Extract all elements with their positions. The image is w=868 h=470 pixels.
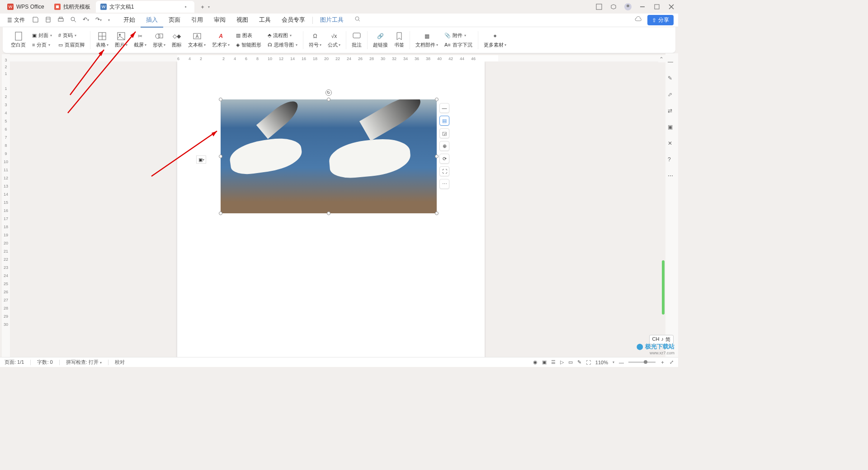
rotate-handle[interactable]: ↻ bbox=[326, 89, 332, 96]
tab-review[interactable]: 审阅 bbox=[208, 13, 231, 28]
section-button[interactable]: ≡分页▾ bbox=[30, 41, 54, 49]
page-number-button[interactable]: #页码▾ bbox=[57, 31, 86, 40]
print-preview-icon[interactable] bbox=[45, 16, 53, 24]
attachment-button[interactable]: 📎附件▾ bbox=[443, 31, 474, 40]
close-window-button[interactable] bbox=[667, 3, 675, 11]
undo-icon[interactable]: ↶▾ bbox=[83, 16, 91, 24]
tab-templates[interactable]: 找稻壳模板 bbox=[50, 1, 95, 13]
save-icon[interactable] bbox=[32, 16, 40, 24]
search-menu[interactable] bbox=[349, 13, 366, 28]
qat-more-icon[interactable]: ▾ bbox=[108, 18, 110, 22]
cloud-icon[interactable] bbox=[635, 16, 643, 24]
comment-button[interactable]: 批注 bbox=[350, 31, 363, 49]
preview-icon[interactable] bbox=[70, 16, 78, 24]
mindmap-button[interactable]: ☊思维导图▾ bbox=[266, 41, 299, 49]
equation-button[interactable]: √x公式▾ bbox=[326, 31, 342, 49]
zoom-tool-icon[interactable]: ⊕ bbox=[439, 141, 449, 151]
eye-icon[interactable]: ◉ bbox=[533, 359, 538, 365]
resize-handle-n[interactable] bbox=[327, 98, 330, 101]
tab-page[interactable]: 页面 bbox=[163, 13, 186, 28]
web-view-icon[interactable]: ▭ bbox=[568, 359, 573, 365]
share-button[interactable]: ⇧ 分享 bbox=[647, 15, 674, 25]
ruler-vertical[interactable]: 3211234567891011121314151617181920212223… bbox=[2, 54, 10, 357]
tab-dropdown-icon[interactable]: ▾ bbox=[208, 5, 210, 9]
tab-insert[interactable]: 插入 bbox=[141, 13, 163, 28]
resize-handle-se[interactable] bbox=[435, 212, 439, 215]
compact-mode-icon[interactable] bbox=[595, 3, 603, 11]
status-words[interactable]: 字数: 0 bbox=[37, 359, 52, 366]
resize-handle-nw[interactable] bbox=[219, 98, 222, 101]
pencil-icon[interactable]: ✎ bbox=[668, 75, 676, 83]
zoom-in-button[interactable]: ＋ bbox=[660, 359, 665, 366]
help-icon[interactable]: ? bbox=[668, 156, 676, 164]
minus-zoom-icon[interactable]: — bbox=[668, 59, 676, 67]
tab-picture-tools[interactable]: 图片工具 bbox=[315, 13, 349, 28]
reset-tool-icon[interactable]: ⛶ bbox=[439, 166, 449, 176]
bookmark-button[interactable]: 书签 bbox=[392, 31, 406, 49]
vertical-scrollbar[interactable] bbox=[660, 61, 665, 357]
smartart-button[interactable]: ◈智能图形 bbox=[234, 41, 263, 49]
wordart-button[interactable]: A艺术字▾ bbox=[210, 31, 231, 49]
status-proof[interactable]: 校对 bbox=[115, 359, 125, 366]
layout-options-button[interactable]: ▣▾ bbox=[196, 155, 206, 164]
selected-image[interactable]: ↻ ▣▾ — ▤ ◲ ⊕ ⟳ ⛶ ⋯ bbox=[221, 99, 437, 213]
rotate-tool-icon[interactable]: ⟳ bbox=[439, 154, 449, 164]
resize-handle-sw[interactable] bbox=[219, 212, 222, 215]
page-view-icon[interactable]: ▣ bbox=[542, 359, 547, 365]
zoom-slider[interactable] bbox=[628, 362, 656, 363]
hyperlink-button[interactable]: 🔗超链接 bbox=[371, 31, 390, 49]
resize-handle-s[interactable] bbox=[327, 212, 330, 215]
tab-start[interactable]: 开始 bbox=[118, 13, 141, 28]
resize-handle-w[interactable] bbox=[219, 155, 222, 158]
new-tab-button[interactable]: ＋ bbox=[197, 1, 208, 12]
tab-tools[interactable]: 工具 bbox=[254, 13, 276, 28]
outline-view-icon[interactable]: ☰ bbox=[551, 359, 556, 365]
image-panel-icon[interactable]: ▣ bbox=[668, 124, 676, 132]
fit-icon[interactable]: ⛶ bbox=[586, 360, 591, 365]
symbol-button[interactable]: Ω符号▾ bbox=[307, 31, 323, 49]
resize-handle-ne[interactable] bbox=[435, 98, 439, 101]
tab-document[interactable]: W 文字文稿1 • bbox=[96, 1, 195, 13]
more-panel-icon[interactable]: ⋯ bbox=[668, 173, 676, 181]
picture-button[interactable]: 图片▾ bbox=[113, 31, 129, 49]
fullscreen-icon[interactable]: ⤢ bbox=[670, 359, 674, 365]
cover-button[interactable]: ▣封面▾ bbox=[30, 31, 54, 40]
screenshot-button[interactable]: ✂截屏▾ bbox=[132, 31, 148, 49]
table-button[interactable]: 表格▾ bbox=[94, 31, 110, 49]
scroll-thumb[interactable] bbox=[662, 260, 665, 315]
chart-button[interactable]: ▥图表 bbox=[234, 31, 263, 40]
doc-parts-button[interactable]: ▦文档部件▾ bbox=[414, 31, 440, 49]
flowchart-button[interactable]: ⬘流程图▾ bbox=[266, 31, 299, 40]
close-tab-icon[interactable]: • bbox=[184, 4, 190, 9]
redo-icon[interactable]: ↷▾ bbox=[95, 16, 104, 24]
status-spellcheck[interactable]: 拼写检查: 打开 ▾ bbox=[66, 359, 102, 366]
zoom-value[interactable]: 110% bbox=[595, 360, 608, 365]
resize-handle-e[interactable] bbox=[435, 155, 439, 158]
collapse-tool-icon[interactable]: — bbox=[439, 103, 449, 113]
more-tool-icon[interactable]: ⋯ bbox=[439, 179, 449, 189]
tab-view[interactable]: 视图 bbox=[231, 13, 254, 28]
header-footer-button[interactable]: ▭页眉页脚 bbox=[57, 41, 86, 49]
file-menu[interactable]: ☰ 文件 bbox=[5, 15, 28, 25]
tab-app[interactable]: W WPS Office bbox=[3, 1, 49, 13]
minimize-button[interactable] bbox=[638, 3, 646, 11]
tab-reference[interactable]: 引用 bbox=[186, 13, 208, 28]
icon-button[interactable]: ◇◆图标 bbox=[170, 31, 184, 49]
zoom-out-button[interactable]: — bbox=[619, 360, 624, 365]
crop-tool-icon[interactable]: ◲ bbox=[439, 128, 449, 138]
textbox-button[interactable]: A文本框▾ bbox=[186, 31, 208, 49]
select-icon[interactable]: ⬀ bbox=[668, 91, 676, 99]
tools-icon[interactable]: ✕ bbox=[668, 140, 676, 148]
blank-page-button[interactable]: 空白页 bbox=[9, 31, 28, 49]
settings-icon[interactable]: ⇄ bbox=[668, 108, 676, 116]
avatar-icon[interactable] bbox=[624, 3, 632, 11]
focus-icon[interactable]: ✎ bbox=[577, 359, 581, 365]
maximize-button[interactable] bbox=[653, 3, 661, 11]
read-view-icon[interactable]: ▷ bbox=[560, 359, 564, 365]
dropcap-button[interactable]: A≡首字下沉 bbox=[443, 41, 474, 49]
shape-button[interactable]: 形状▾ bbox=[151, 31, 167, 49]
document-canvas[interactable]: ↻ ▣▾ — ▤ ◲ ⊕ ⟳ ⛶ ⋯ bbox=[10, 61, 658, 357]
wrap-tool-icon[interactable]: ▤ bbox=[439, 116, 449, 126]
tab-member[interactable]: 会员专享 bbox=[276, 13, 311, 28]
print-icon[interactable] bbox=[57, 16, 66, 24]
